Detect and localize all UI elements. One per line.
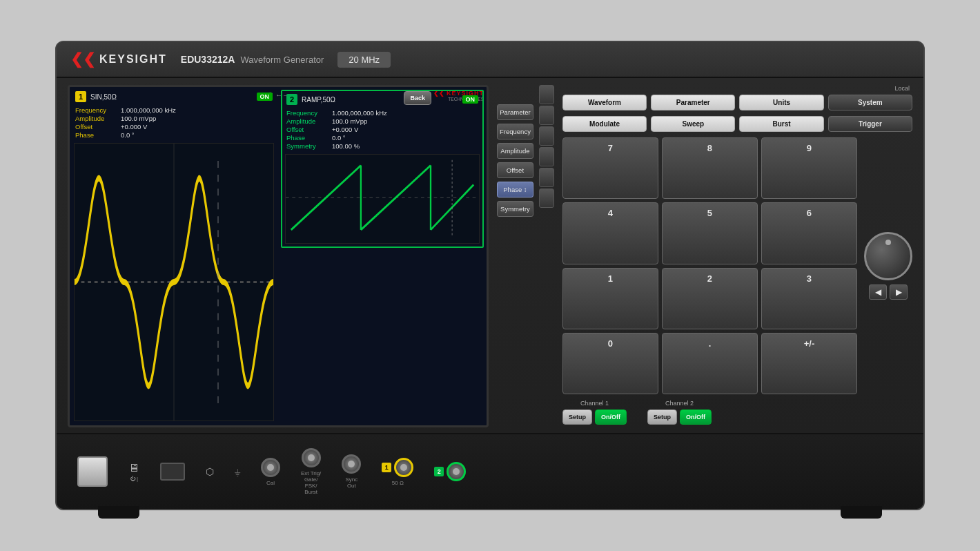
ch1-frequency-value: 1.000,000,000 kHz [121, 106, 176, 114]
key-3[interactable]: 3 [761, 268, 857, 329]
ch2-connector-col: 2 [434, 462, 466, 481]
menu-phase-btn[interactable]: Phase ↕ [497, 182, 533, 197]
ch2-amplitude-value: 100.0 mVpp [332, 117, 367, 125]
ch1-offset-value: +0.000 V [121, 123, 147, 130]
menu-header: Parameter [497, 104, 533, 120]
key-plusminus[interactable]: +/- [761, 333, 857, 394]
ext-trig-label: Ext Trig/ Gate/ FSK/ Burst [301, 470, 321, 495]
side-nav-btn-6[interactable] [539, 188, 554, 208]
side-nav-btn-2[interactable] [539, 106, 554, 125]
cal-label: Cal [266, 480, 275, 486]
channel2-ctrl-label: Channel 2 [665, 400, 694, 407]
sync-out-connector[interactable] [342, 454, 361, 474]
rotary-knob[interactable] [864, 232, 912, 280]
back-button[interactable]: Back [404, 91, 431, 105]
channel2-onoff-button[interactable]: On/Off [680, 409, 712, 425]
local-label: Local [894, 85, 910, 92]
screen-content: 1 SIN,50Ω ON Frequency 1.000,000,000 kHz [70, 87, 487, 425]
channel2-setup-button[interactable]: Setup [647, 409, 677, 425]
key-2[interactable]: 2 [662, 268, 758, 329]
modulate-button[interactable]: Modulate [562, 116, 647, 132]
controls-panel: Local Waveform Parameter Units System Mo… [562, 85, 912, 427]
ch2-number: 2 [286, 94, 297, 105]
ch1-ohm-label: 50 Ω [392, 480, 404, 486]
local-label-row: Local [562, 85, 912, 92]
ch2-params: Frequency 1.000,000,000 kHz Amplitude 10… [282, 108, 482, 153]
ch1-phase-row: Phase 0.0 ° [75, 131, 273, 139]
usb-symbol-area: ⬡ [206, 466, 214, 477]
left-foot [98, 506, 139, 519]
ch1-offset-label: Offset [75, 123, 117, 130]
cal-connector[interactable] [261, 458, 280, 477]
channel1-ctrl-label: Channel 1 [580, 400, 609, 407]
ground-symbol: ⏚ [235, 466, 240, 477]
power-button[interactable] [77, 456, 108, 487]
left-arrow-button[interactable]: ◀ [869, 284, 887, 300]
key-1[interactable]: 1 [562, 268, 658, 329]
ch2-config: RAMP,50Ω [302, 96, 335, 104]
burst-button[interactable]: Burst [739, 116, 823, 132]
side-nav-btn-3[interactable] [539, 126, 554, 146]
usb-symbol: ⬡ [206, 466, 214, 477]
channel1-controls: Channel 1 Setup On/Off [562, 400, 627, 425]
ext-trig-connector[interactable] [302, 448, 321, 467]
key-4[interactable]: 4 [562, 202, 658, 264]
ch1-connector-col: 1 50 Ω [382, 458, 413, 486]
menu-offset-btn[interactable]: Offset [497, 162, 533, 178]
ch2-waveform [285, 154, 480, 244]
side-nav-btn-5[interactable] [539, 168, 554, 187]
ch1-output-connector[interactable] [394, 458, 413, 477]
sync-out-connector-col: Sync Out [342, 454, 361, 489]
ch2-symmetry-label: Symmetry [286, 142, 328, 150]
channel1-setup-button[interactable]: Setup [562, 409, 592, 425]
units-button[interactable]: Units [739, 95, 823, 110]
sweep-button[interactable]: Sweep [651, 116, 735, 132]
usb-port[interactable] [160, 463, 185, 481]
key-0[interactable]: 0 [562, 333, 658, 394]
ch2-phase-row: Phase 0.0 ° [286, 134, 478, 142]
system-button[interactable]: System [828, 95, 912, 110]
second-controls-row: Modulate Sweep Burst Trigger [562, 116, 912, 132]
ch1-phase-value: 0.0 ° [121, 131, 135, 139]
frequency-range: 20 MHz [337, 52, 391, 68]
instrument-type: Waveform Generator [240, 55, 324, 65]
key-6[interactable]: 6 [761, 202, 857, 264]
knob-area: ◀ ▶ [864, 137, 912, 394]
channel1-ctrl-buttons: Setup On/Off [562, 409, 627, 425]
ch2-output-connector[interactable] [447, 462, 466, 481]
ch2-frequency-value: 1.000,000,000 kHz [332, 109, 387, 117]
ch1-config: SIN,50Ω [90, 93, 117, 101]
ch2-offset-label: Offset [286, 126, 328, 133]
display-screen: ⬡ ←→ ❮❮ KEYSIGHT TECHNOLOGIES 1 [68, 85, 489, 427]
ch1-amplitude-label: Amplitude [75, 115, 117, 122]
channel2-header: 2 RAMP,50Ω ON [282, 91, 482, 108]
menu-amplitude-btn[interactable]: Amplitude [497, 143, 533, 159]
top-controls-row: Waveform Parameter Units System [562, 95, 912, 110]
side-nav-btn-4[interactable] [539, 147, 554, 166]
channel2-controls: Channel 2 Setup On/Off [647, 400, 712, 425]
computer-icon: 🖥 [128, 462, 139, 474]
trigger-button[interactable]: Trigger [828, 116, 912, 132]
ground-symbol-area: ⏚ [235, 466, 240, 477]
right-arrow-button[interactable]: ▶ [890, 284, 908, 300]
ch1-amplitude-row: Amplitude 100.0 mVpp [75, 115, 273, 122]
key-7[interactable]: 7 [562, 137, 658, 199]
menu-symmetry-btn[interactable]: Symmetry [497, 201, 533, 217]
channel1-onoff-button[interactable]: On/Off [595, 409, 627, 425]
key-8[interactable]: 8 [662, 137, 758, 199]
ch1-number: 1 [75, 91, 86, 102]
key-decimal[interactable]: . [662, 333, 758, 394]
computer-icon-area: 🖥 ⏻ | [128, 462, 139, 482]
numeric-keypad: 7 8 9 4 5 6 1 2 3 0 . +/- [562, 137, 857, 394]
channel2-outer: 2 RAMP,50Ω ON Frequency 1.000,000,000 kH… [278, 87, 487, 425]
channel2-display: 2 RAMP,50Ω ON Frequency 1.000,000,000 kH… [281, 90, 484, 248]
cal-connector-col: Cal [261, 458, 280, 486]
waveform-button[interactable]: Waveform [562, 95, 647, 110]
side-nav-btn-1[interactable] [539, 85, 554, 104]
ext-trig-connector-col: Ext Trig/ Gate/ FSK/ Burst [301, 448, 321, 495]
ch2-amplitude-label: Amplitude [286, 117, 328, 125]
menu-frequency-btn[interactable]: Frequency [497, 124, 533, 139]
parameter-button[interactable]: Parameter [651, 95, 735, 110]
key-9[interactable]: 9 [761, 137, 857, 199]
key-5[interactable]: 5 [662, 202, 758, 264]
